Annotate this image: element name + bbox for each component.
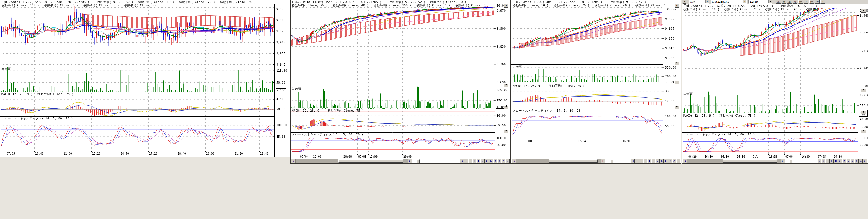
chart-tool-button[interactable]: D (842, 159, 846, 163)
chart-tool-button[interactable]: ▶ (481, 159, 485, 163)
chart-window-2: 日経225mini 11/09( 15分, 2011/06/27 - 2011/… (290, 0, 511, 164)
time-axis-label: 20:00 (403, 155, 411, 158)
volume-multiplier-badge: × 100 (276, 88, 286, 92)
toolbar-period-button[interactable]: 60 (815, 0, 819, 4)
chart-tool-button[interactable]: + (464, 159, 468, 163)
price-axis-label: 10,005 (665, 7, 676, 10)
volume-section-label: 出来高 (292, 87, 301, 90)
chart-tool-button[interactable]: + (635, 159, 639, 163)
zoom-slider[interactable] (787, 159, 812, 162)
chart-tool-button[interactable]: L (846, 159, 850, 163)
zoom-slider-handle[interactable] (610, 159, 613, 163)
toolbar-period-button[interactable]: + (820, 0, 825, 4)
chart-tool-button[interactable]: + (822, 159, 826, 163)
chart-tool-button[interactable]: ■ (647, 159, 651, 163)
zoom-slider[interactable] (414, 159, 439, 162)
scrollbar-right-arrow[interactable]: ▶ (601, 159, 605, 163)
chart-canvas[interactable] (0, 0, 289, 157)
chevron-down-icon[interactable]: ▼ (768, 0, 772, 3)
chart-tool-button[interactable]: B (850, 159, 855, 163)
scrollbar-left-arrow[interactable]: ◀ (291, 159, 295, 163)
toolbar-period-button[interactable]: 分 (809, 0, 814, 4)
toolbar-period-button[interactable]: 足 (776, 0, 781, 4)
chart-tool-button[interactable]: X (859, 159, 863, 163)
chart-tool-button[interactable]: L (489, 159, 493, 163)
scrollbar-right-arrow[interactable]: ▶ (408, 159, 412, 163)
chart-tool-button[interactable]: D (485, 159, 489, 163)
section-dropdown-button[interactable]: ▼ (861, 9, 866, 13)
time-axis-label: 17:20 (149, 152, 157, 155)
chevron-down-icon[interactable]: ▼ (705, 0, 709, 3)
scrollbar-right-arrow[interactable]: ▶ (781, 159, 785, 163)
price-axis-label: 9,970 (497, 9, 506, 12)
chart-tool-button[interactable]: ⊕ (668, 159, 672, 163)
chart-tool-button[interactable]: ◀ (631, 159, 635, 163)
toolbar-period-button[interactable]: T (804, 0, 808, 4)
chart-tool-button[interactable]: ▶ (838, 159, 842, 163)
chart-canvas[interactable] (682, 4, 868, 163)
instrument-combo-2[interactable]: 11/09▼ (748, 0, 772, 4)
chart-tool-button[interactable]: ⊕ (855, 159, 859, 163)
instrument-combo-1[interactable]: 日経225mini▼ (711, 0, 747, 4)
section-dropdown-button[interactable]: ▼ (861, 88, 866, 92)
chart-tool-button[interactable]: X (501, 159, 505, 163)
section-dropdown-button[interactable]: ▼ (861, 130, 866, 133)
time-axis-label: Jul (528, 140, 532, 143)
chart-tool-button[interactable]: D (656, 159, 659, 163)
chart-tool-button[interactable]: B (664, 159, 668, 163)
section-dropdown-button[interactable]: ▼ (675, 61, 679, 65)
chart-tool-button[interactable]: ▶ (677, 159, 680, 163)
scrollbar-left-arrow[interactable]: ◀ (512, 159, 516, 163)
toolbar-period-button[interactable]: 週 (787, 0, 792, 4)
chart-tool-button[interactable]: ✛ (830, 159, 834, 163)
section-dropdown-button[interactable]: ▼ (504, 4, 508, 8)
scrollbar-track[interactable] (516, 159, 601, 163)
chart-tool-button[interactable]: - (826, 159, 830, 163)
chart-tool-button[interactable]: X (672, 159, 676, 163)
macd-section-label: MACD( 12, 26, 9 ) 移動平均( Close, 75 ) (1, 93, 73, 96)
section-dropdown-button[interactable]: ▼ (675, 106, 679, 109)
chart-canvas[interactable] (512, 0, 681, 163)
zoom-slider-handle[interactable] (417, 159, 420, 163)
chart-tool-button[interactable]: - (468, 159, 472, 163)
instrument-combo-0[interactable]: 先物▼ (689, 0, 709, 4)
chart-tool-button[interactable]: ✛ (643, 159, 647, 163)
section-dropdown-button[interactable]: ▼ (504, 83, 508, 87)
scrollbar-thumb[interactable] (338, 159, 403, 162)
chart-tool-button[interactable]: - (639, 159, 643, 163)
chart-tool-button[interactable]: ▶ (506, 159, 509, 163)
toolbar-period-button[interactable]: 分 (798, 0, 803, 4)
stoch-section-label: スロー・ストキャスティクス( 14, 3, 80, 20 ) (683, 133, 755, 136)
chart-canvas[interactable] (290, 0, 510, 163)
chart-tool-button[interactable]: ⊕ (497, 159, 501, 163)
stoch-section-label: スロー・ストキャスティクス( 14, 3, 80, 20 ) (292, 133, 363, 136)
zoom-slider-handle[interactable] (790, 159, 793, 163)
section-dropdown-button[interactable]: ▼ (504, 130, 508, 133)
scrollbar-thumb[interactable] (549, 159, 597, 162)
scrollbar-thumb[interactable] (723, 159, 777, 162)
chart-tool-button[interactable]: ■ (476, 159, 480, 163)
chart-tool-button[interactable]: ▶ (863, 159, 867, 163)
chart-tool-button[interactable]: ■ (834, 159, 838, 163)
zoom-slider[interactable] (608, 159, 632, 162)
toolbar-back-button[interactable]: ◀ (683, 0, 686, 4)
section-dropdown-button[interactable]: ▼ (861, 111, 866, 114)
section-dropdown-button[interactable]: ▼ (675, 4, 679, 8)
time-axis-label: 14:40 (121, 152, 129, 155)
scrollbar-left-arrow[interactable]: ◀ (683, 159, 687, 163)
chart-tool-button[interactable]: L (660, 159, 664, 163)
chart-tool-button[interactable]: ◀ (460, 159, 464, 163)
toolbar-period-button[interactable]: 日 (782, 0, 786, 4)
chart-tool-button[interactable]: ✛ (472, 159, 476, 163)
chart-tool-button[interactable]: ▶ (652, 159, 655, 163)
scrollbar-track[interactable] (687, 159, 781, 163)
section-dropdown-button[interactable]: ▼ (675, 81, 679, 84)
scrollbar-track[interactable] (295, 159, 408, 163)
chart-tool-button[interactable]: ◀ (817, 159, 821, 163)
chart-tool-button[interactable]: B (493, 159, 497, 163)
time-axis-label: 16:30 (801, 155, 810, 158)
volume-multiplier-badge: × 100 (664, 80, 675, 84)
chevron-down-icon[interactable]: ▼ (743, 0, 746, 3)
section-dropdown-button[interactable]: ▼ (504, 106, 508, 109)
toolbar-period-button[interactable]: 月 (793, 0, 798, 4)
